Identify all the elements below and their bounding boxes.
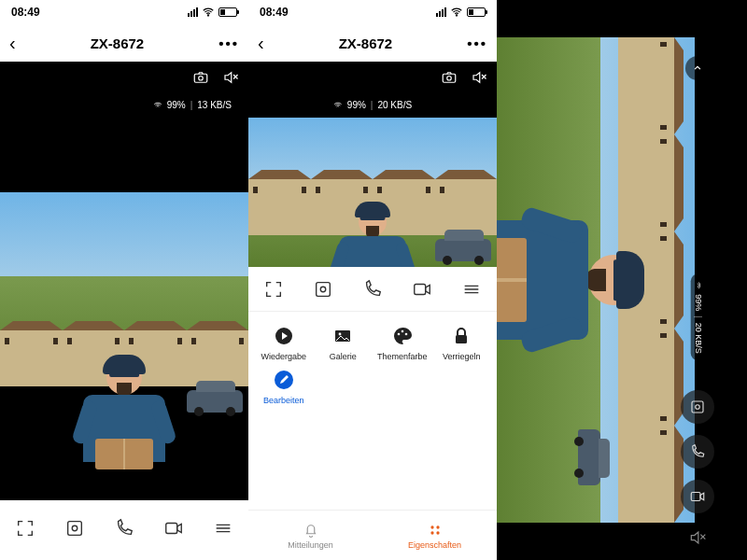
mute-icon[interactable] [471, 69, 487, 86]
page-title: ZX-8672 [91, 35, 145, 51]
signal-icon [436, 7, 446, 17]
feature-grid: Wiedergabe Galerie Themenfarbe Verriegel… [248, 312, 497, 411]
quick-actions [248, 267, 497, 312]
svg-point-30 [696, 405, 700, 410]
mute-button[interactable] [684, 525, 711, 551]
options-icon[interactable] [213, 518, 233, 539]
svg-point-8 [456, 15, 457, 16]
call-button[interactable] [681, 435, 714, 469]
scene-person [73, 360, 176, 500]
bottom-toolbar [0, 500, 248, 556]
svg-point-19 [339, 333, 342, 336]
signal-pct: 99% [167, 100, 186, 110]
back-button[interactable]: ‹ [9, 33, 16, 54]
mute-icon[interactable] [222, 69, 239, 86]
call-icon[interactable] [114, 518, 134, 539]
svg-point-10 [447, 77, 452, 81]
video-area[interactable]: 99% | 13 KB/S [0, 62, 248, 500]
svg-point-2 [199, 77, 204, 81]
data-rate: 20 KB/S [377, 100, 412, 110]
video-area[interactable]: 99% | 20 KB/S [248, 62, 497, 267]
tab-label: Eigenschaften [408, 540, 461, 550]
camera-scene [0, 192, 248, 379]
status-time: 08:49 [260, 6, 289, 19]
svg-rect-5 [67, 522, 81, 536]
svg-point-20 [397, 333, 400, 336]
scene-car [578, 429, 600, 485]
status-time: 08:49 [11, 6, 40, 19]
stream-stats: 99% | 20 KB/S [690, 273, 705, 360]
status-bar: 08:49 [0, 0, 248, 24]
data-rate: 20 KB/S [693, 323, 702, 354]
svg-rect-31 [692, 493, 701, 501]
feature-label: Themenfarbe [377, 352, 428, 361]
more-button[interactable]: ••• [218, 35, 239, 51]
scene-car [187, 390, 243, 413]
feature-label: Wiedergabe [261, 352, 306, 361]
tab-bar: Mitteilungen Eigenschaften [248, 510, 497, 560]
tab-label: Mitteilungen [288, 540, 333, 550]
svg-point-27 [430, 531, 433, 534]
stream-stats: 99% | 13 KB/S [146, 97, 239, 113]
record-icon[interactable] [64, 518, 85, 539]
svg-rect-15 [415, 284, 426, 294]
svg-point-25 [430, 525, 433, 528]
record-button[interactable] [681, 390, 714, 424]
record-icon[interactable] [313, 279, 333, 300]
svg-rect-7 [166, 524, 177, 534]
status-right [188, 6, 237, 19]
fullscreen-icon[interactable] [263, 279, 284, 300]
svg-rect-13 [316, 282, 330, 296]
scene-car [435, 239, 491, 261]
video-icon[interactable] [163, 518, 184, 539]
feature-playback[interactable]: Wiedergabe [256, 325, 312, 361]
feature-label: Verriegeln [443, 352, 481, 361]
signal-icon [188, 7, 198, 17]
options-icon[interactable] [461, 279, 482, 300]
svg-rect-29 [692, 401, 703, 413]
scene-person [497, 205, 639, 355]
wifi-icon [202, 6, 215, 19]
video-icon[interactable] [412, 279, 432, 300]
camera-scene [248, 118, 497, 267]
collapse-button[interactable] [685, 56, 710, 80]
options-sheet: Wiedergabe Galerie Themenfarbe Verriegel… [248, 267, 497, 560]
svg-point-6 [72, 525, 78, 531]
video-button[interactable] [681, 480, 714, 513]
svg-point-21 [401, 330, 403, 333]
status-bar: 08:49 [248, 0, 497, 24]
screen-live-view: 08:49 ‹ ZX-8672 ••• 99% | 13 KB/S [0, 0, 248, 560]
snapshot-icon[interactable] [192, 69, 209, 86]
page-title: ZX-8672 [339, 35, 393, 51]
battery-icon [467, 7, 486, 17]
svg-point-0 [207, 15, 208, 16]
snapshot-icon[interactable] [441, 69, 458, 86]
fullscreen-icon[interactable] [15, 518, 35, 539]
tab-properties[interactable]: Eigenschaften [373, 511, 497, 560]
svg-point-28 [436, 531, 439, 534]
data-rate: 13 KB/S [197, 100, 232, 110]
feature-theme[interactable]: Themenfarbe [374, 325, 430, 361]
feature-label: Bearbeiten [263, 396, 304, 405]
signal-pct: 99% [347, 100, 366, 110]
svg-rect-1 [194, 74, 207, 82]
scene-person [331, 207, 415, 267]
landscape-controls: 99% | 20 KB/S [655, 56, 741, 551]
feature-label: Galerie [330, 352, 357, 361]
back-button[interactable]: ‹ [258, 33, 264, 54]
svg-point-26 [436, 525, 439, 528]
svg-point-14 [320, 287, 326, 292]
header: ‹ ZX-8672 ••• [0, 24, 248, 62]
status-right [436, 6, 486, 19]
header: ‹ ZX-8672 ••• [248, 24, 497, 62]
more-button[interactable]: ••• [467, 35, 487, 51]
screen-landscape: 99% | 20 KB/S [497, 0, 747, 560]
svg-rect-23 [456, 335, 467, 343]
call-icon[interactable] [362, 279, 383, 300]
screen-properties: 08:49 ‹ ZX-8672 ••• 99% | 20 KB/S [248, 0, 497, 560]
feature-edit[interactable]: Bearbeiten [256, 369, 312, 405]
tab-notifications[interactable]: Mitteilungen [248, 511, 373, 560]
battery-icon [218, 7, 237, 17]
feature-gallery[interactable]: Galerie [316, 325, 372, 361]
feature-lock[interactable]: Verriegeln [434, 325, 490, 361]
